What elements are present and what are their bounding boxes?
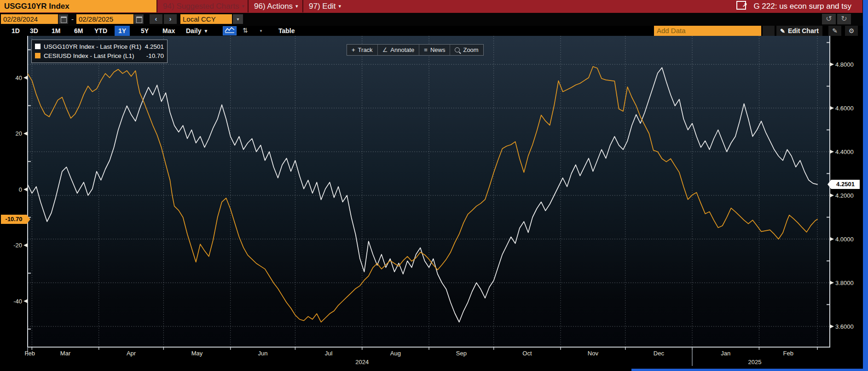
cesiusd-swatch-icon — [35, 53, 41, 58]
external-link-icon[interactable]: ↗ — [736, 1, 746, 10]
right-axis-tick-label: 4.4000 — [835, 148, 854, 155]
left-axis-tick-label: -20 — [13, 242, 22, 249]
undo-button[interactable]: ↺ — [822, 14, 836, 24]
legend-label: USGG10YR Index - Last Price (R1) — [44, 43, 141, 50]
annotate-settings-button[interactable]: ✎ — [828, 26, 841, 36]
left-axis-tick-label: 20 — [16, 130, 22, 137]
legend-row-usgg10yr: USGG10YR Index - Last Price (R1) 4.2501 — [35, 42, 164, 51]
redo-button[interactable]: ↻ — [837, 14, 851, 24]
right-tick-arrow-icon — [830, 150, 834, 154]
track-button[interactable]: + Track — [347, 45, 377, 55]
month-label: Apr — [127, 350, 136, 357]
year-label: 2024 — [355, 359, 369, 365]
month-label: Sep — [456, 350, 467, 357]
month-label: Oct — [522, 350, 532, 357]
zoom-button[interactable]: Zoom — [450, 45, 483, 55]
range-1y-button[interactable]: 1Y — [115, 26, 130, 36]
menu-actions-label: 96) Actions — [254, 2, 293, 11]
collapse-panel-button[interactable] — [763, 26, 775, 36]
news-button[interactable]: ≡ News — [419, 45, 450, 55]
month-label: Feb — [24, 350, 35, 357]
window-edge-right — [863, 0, 868, 371]
chevron-down-icon: ▾ — [242, 3, 244, 9]
right-tick-arrow-icon — [830, 106, 834, 110]
month-label: Feb — [783, 350, 793, 357]
left-axis-tick-label: 0 — [19, 186, 22, 193]
menu-actions[interactable]: 96) Actions▾ — [248, 0, 304, 12]
line-chart-type-button[interactable] — [223, 26, 237, 35]
next-period-button[interactable]: › — [164, 14, 177, 24]
right-axis-tick-label: 3.8000 — [835, 280, 854, 286]
left-tick-arrow-icon — [23, 243, 28, 247]
annotate-label: Annotate — [390, 46, 414, 53]
chevron-down-icon: ▾ — [295, 3, 298, 9]
legend-value: 4.2501 — [145, 43, 164, 50]
month-label: Jul — [325, 350, 333, 357]
date-settings-bar: 02/28/2024 - 02/28/2025 ‹ › Local CCY ▾ … — [0, 13, 868, 26]
menu-edit-label: 97) Edit — [309, 2, 336, 11]
right-axis-tick-label: 4.0000 — [835, 236, 854, 243]
chart-toolbar: 1D 3D 1M 6M YTD 1Y 5Y Max Daily▼ ⇅ ▾ Tab… — [0, 26, 868, 36]
end-date-input[interactable]: 02/28/2025 — [76, 14, 133, 24]
legend-value: -10.70 — [146, 52, 164, 59]
chevron-down-icon: ▼ — [203, 29, 208, 34]
edit-chart-label: Edit Chart — [788, 27, 819, 34]
note-pencil-icon: ✎ — [832, 27, 838, 34]
chart-settings-button[interactable]: ⚙ — [845, 26, 858, 36]
right-axis-tick-label: 4.6000 — [835, 105, 854, 112]
right-axis-tick-label: 3.6000 — [835, 323, 854, 330]
currency-select[interactable]: Local CCY — [180, 14, 232, 24]
table-button[interactable]: Table — [278, 26, 295, 36]
chart-type-caret-button[interactable]: ▾ — [256, 26, 266, 35]
edit-chart-button[interactable]: ✎Edit Chart — [776, 26, 822, 36]
month-label: Jun — [258, 350, 268, 357]
prev-period-button[interactable]: ‹ — [150, 14, 162, 24]
plot-background — [28, 36, 830, 347]
news-label: News — [430, 46, 446, 53]
axis-compare-icon[interactable]: ⇅ — [239, 26, 251, 35]
right-tick-arrow-icon — [830, 194, 834, 198]
news-lines-icon: ≡ — [424, 46, 428, 53]
annotate-icon: ∠ — [382, 46, 388, 53]
add-data-input[interactable]: Add Data — [654, 26, 761, 36]
legend-row-cesiusd: CESIUSD Index - Last Price (L1) -10.70 — [35, 51, 164, 60]
left-axis-tick-label: 40 — [16, 74, 22, 81]
magnifier-icon — [455, 47, 460, 52]
month-label: Jan — [721, 350, 730, 357]
range-1d-button[interactable]: 1D — [8, 26, 23, 36]
range-5y-button[interactable]: 5Y — [137, 26, 152, 36]
range-6m-button[interactable]: 6M — [70, 26, 87, 36]
chart-title: G 222: us econ surp and tsy — [753, 2, 851, 11]
annotate-button[interactable]: ∠ Annotate — [377, 45, 419, 55]
track-label: Track — [358, 46, 373, 53]
calendar-icon[interactable] — [58, 14, 68, 24]
calendar-icon[interactable] — [134, 14, 144, 24]
bloomberg-chart-window: 40200-20-404.80004.60004.40004.20004.000… — [0, 0, 868, 371]
right-tick-arrow-icon — [830, 325, 834, 329]
crosshair-icon: + — [352, 46, 355, 53]
left-axis-last-value-tag: -10.70 — [1, 215, 27, 224]
window-edge-bottom — [631, 369, 868, 371]
right-axis-tick-label: 4.8000 — [835, 61, 854, 68]
range-max-button[interactable]: Max — [159, 26, 179, 36]
right-tick-arrow-icon — [830, 63, 834, 67]
chart-tools-bar: + Track ∠ Annotate ≡ News Zoom — [347, 44, 484, 56]
period-select[interactable]: Daily▼ — [186, 26, 208, 36]
start-date-input[interactable]: 02/28/2024 — [1, 14, 58, 24]
right-axis-last-value-tag: 4.2501 — [831, 180, 860, 189]
left-tick-arrow-icon — [23, 131, 28, 136]
menu-edit[interactable]: 97) Edit▾ — [302, 0, 347, 12]
security-ticker-input[interactable]: USGG10YR Index — [0, 0, 156, 12]
chart-legend[interactable]: USGG10YR Index - Last Price (R1) 4.2501 … — [31, 40, 168, 63]
menu-suggested-charts-label: 94) Suggested Charts — [163, 2, 239, 11]
month-label: May — [191, 350, 203, 357]
range-1m-button[interactable]: 1M — [48, 26, 64, 36]
right-tick-arrow-icon — [830, 237, 834, 241]
range-ytd-button[interactable]: YTD — [91, 26, 111, 36]
menu-suggested-charts[interactable]: 94) Suggested Charts▾ — [156, 0, 250, 12]
usgg10yr-swatch-icon — [35, 44, 41, 49]
chevron-down-icon: ▾ — [339, 3, 341, 9]
month-label: Nov — [588, 350, 599, 357]
range-3d-button[interactable]: 3D — [26, 26, 42, 36]
currency-caret-button[interactable]: ▾ — [233, 14, 243, 24]
